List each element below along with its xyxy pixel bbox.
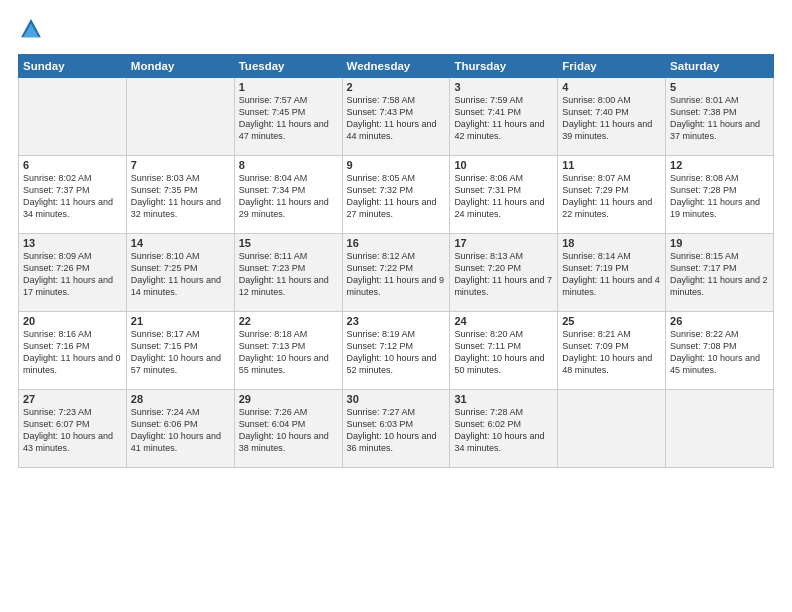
day-cell: 25Sunrise: 8:21 AM Sunset: 7:09 PM Dayli…	[558, 312, 666, 390]
day-number: 11	[562, 159, 661, 171]
day-info: Sunrise: 8:12 AM Sunset: 7:22 PM Dayligh…	[347, 250, 446, 299]
day-cell	[666, 390, 774, 468]
day-number: 1	[239, 81, 338, 93]
day-cell: 30Sunrise: 7:27 AM Sunset: 6:03 PM Dayli…	[342, 390, 450, 468]
day-cell: 5Sunrise: 8:01 AM Sunset: 7:38 PM Daylig…	[666, 78, 774, 156]
day-cell: 17Sunrise: 8:13 AM Sunset: 7:20 PM Dayli…	[450, 234, 558, 312]
day-cell: 13Sunrise: 8:09 AM Sunset: 7:26 PM Dayli…	[19, 234, 127, 312]
day-cell	[558, 390, 666, 468]
day-info: Sunrise: 8:00 AM Sunset: 7:40 PM Dayligh…	[562, 94, 661, 143]
day-cell: 14Sunrise: 8:10 AM Sunset: 7:25 PM Dayli…	[126, 234, 234, 312]
day-info: Sunrise: 8:21 AM Sunset: 7:09 PM Dayligh…	[562, 328, 661, 377]
day-cell: 7Sunrise: 8:03 AM Sunset: 7:35 PM Daylig…	[126, 156, 234, 234]
day-info: Sunrise: 8:13 AM Sunset: 7:20 PM Dayligh…	[454, 250, 553, 299]
day-cell: 9Sunrise: 8:05 AM Sunset: 7:32 PM Daylig…	[342, 156, 450, 234]
day-number: 26	[670, 315, 769, 327]
day-cell: 1Sunrise: 7:57 AM Sunset: 7:45 PM Daylig…	[234, 78, 342, 156]
day-number: 15	[239, 237, 338, 249]
day-cell	[19, 78, 127, 156]
header-row: SundayMondayTuesdayWednesdayThursdayFrid…	[19, 55, 774, 78]
header-day-friday: Friday	[558, 55, 666, 78]
day-number: 10	[454, 159, 553, 171]
day-info: Sunrise: 8:06 AM Sunset: 7:31 PM Dayligh…	[454, 172, 553, 221]
day-number: 29	[239, 393, 338, 405]
day-info: Sunrise: 8:10 AM Sunset: 7:25 PM Dayligh…	[131, 250, 230, 299]
day-number: 12	[670, 159, 769, 171]
day-cell: 21Sunrise: 8:17 AM Sunset: 7:15 PM Dayli…	[126, 312, 234, 390]
day-cell: 15Sunrise: 8:11 AM Sunset: 7:23 PM Dayli…	[234, 234, 342, 312]
day-number: 19	[670, 237, 769, 249]
day-cell	[126, 78, 234, 156]
header	[18, 18, 774, 44]
day-cell: 4Sunrise: 8:00 AM Sunset: 7:40 PM Daylig…	[558, 78, 666, 156]
day-info: Sunrise: 8:11 AM Sunset: 7:23 PM Dayligh…	[239, 250, 338, 299]
day-number: 9	[347, 159, 446, 171]
day-number: 21	[131, 315, 230, 327]
day-number: 25	[562, 315, 661, 327]
day-info: Sunrise: 7:23 AM Sunset: 6:07 PM Dayligh…	[23, 406, 122, 455]
calendar-table: SundayMondayTuesdayWednesdayThursdayFrid…	[18, 54, 774, 468]
day-cell: 16Sunrise: 8:12 AM Sunset: 7:22 PM Dayli…	[342, 234, 450, 312]
day-info: Sunrise: 8:08 AM Sunset: 7:28 PM Dayligh…	[670, 172, 769, 221]
day-info: Sunrise: 8:17 AM Sunset: 7:15 PM Dayligh…	[131, 328, 230, 377]
day-info: Sunrise: 7:26 AM Sunset: 6:04 PM Dayligh…	[239, 406, 338, 455]
day-cell: 23Sunrise: 8:19 AM Sunset: 7:12 PM Dayli…	[342, 312, 450, 390]
header-day-wednesday: Wednesday	[342, 55, 450, 78]
day-info: Sunrise: 8:02 AM Sunset: 7:37 PM Dayligh…	[23, 172, 122, 221]
day-number: 27	[23, 393, 122, 405]
day-number: 13	[23, 237, 122, 249]
day-number: 5	[670, 81, 769, 93]
day-number: 3	[454, 81, 553, 93]
day-cell: 20Sunrise: 8:16 AM Sunset: 7:16 PM Dayli…	[19, 312, 127, 390]
day-number: 6	[23, 159, 122, 171]
day-cell: 24Sunrise: 8:20 AM Sunset: 7:11 PM Dayli…	[450, 312, 558, 390]
day-info: Sunrise: 8:04 AM Sunset: 7:34 PM Dayligh…	[239, 172, 338, 221]
day-info: Sunrise: 8:18 AM Sunset: 7:13 PM Dayligh…	[239, 328, 338, 377]
day-number: 23	[347, 315, 446, 327]
day-number: 7	[131, 159, 230, 171]
logo-icon	[20, 18, 42, 40]
day-number: 24	[454, 315, 553, 327]
header-day-saturday: Saturday	[666, 55, 774, 78]
header-day-tuesday: Tuesday	[234, 55, 342, 78]
day-info: Sunrise: 8:22 AM Sunset: 7:08 PM Dayligh…	[670, 328, 769, 377]
day-cell: 12Sunrise: 8:08 AM Sunset: 7:28 PM Dayli…	[666, 156, 774, 234]
day-info: Sunrise: 7:24 AM Sunset: 6:06 PM Dayligh…	[131, 406, 230, 455]
day-number: 22	[239, 315, 338, 327]
day-number: 14	[131, 237, 230, 249]
day-info: Sunrise: 7:27 AM Sunset: 6:03 PM Dayligh…	[347, 406, 446, 455]
day-number: 4	[562, 81, 661, 93]
day-number: 31	[454, 393, 553, 405]
day-info: Sunrise: 8:16 AM Sunset: 7:16 PM Dayligh…	[23, 328, 122, 377]
day-cell: 10Sunrise: 8:06 AM Sunset: 7:31 PM Dayli…	[450, 156, 558, 234]
day-info: Sunrise: 8:01 AM Sunset: 7:38 PM Dayligh…	[670, 94, 769, 143]
day-cell: 8Sunrise: 8:04 AM Sunset: 7:34 PM Daylig…	[234, 156, 342, 234]
day-cell: 31Sunrise: 7:28 AM Sunset: 6:02 PM Dayli…	[450, 390, 558, 468]
day-cell: 28Sunrise: 7:24 AM Sunset: 6:06 PM Dayli…	[126, 390, 234, 468]
day-info: Sunrise: 8:19 AM Sunset: 7:12 PM Dayligh…	[347, 328, 446, 377]
day-number: 28	[131, 393, 230, 405]
week-row-0: 1Sunrise: 7:57 AM Sunset: 7:45 PM Daylig…	[19, 78, 774, 156]
day-info: Sunrise: 8:14 AM Sunset: 7:19 PM Dayligh…	[562, 250, 661, 299]
day-cell: 29Sunrise: 7:26 AM Sunset: 6:04 PM Dayli…	[234, 390, 342, 468]
day-number: 18	[562, 237, 661, 249]
day-number: 2	[347, 81, 446, 93]
day-info: Sunrise: 7:57 AM Sunset: 7:45 PM Dayligh…	[239, 94, 338, 143]
day-number: 8	[239, 159, 338, 171]
day-cell: 3Sunrise: 7:59 AM Sunset: 7:41 PM Daylig…	[450, 78, 558, 156]
header-day-sunday: Sunday	[19, 55, 127, 78]
day-cell: 18Sunrise: 8:14 AM Sunset: 7:19 PM Dayli…	[558, 234, 666, 312]
header-day-thursday: Thursday	[450, 55, 558, 78]
header-day-monday: Monday	[126, 55, 234, 78]
day-info: Sunrise: 7:58 AM Sunset: 7:43 PM Dayligh…	[347, 94, 446, 143]
day-cell: 19Sunrise: 8:15 AM Sunset: 7:17 PM Dayli…	[666, 234, 774, 312]
day-info: Sunrise: 8:09 AM Sunset: 7:26 PM Dayligh…	[23, 250, 122, 299]
day-number: 20	[23, 315, 122, 327]
day-info: Sunrise: 8:03 AM Sunset: 7:35 PM Dayligh…	[131, 172, 230, 221]
week-row-4: 27Sunrise: 7:23 AM Sunset: 6:07 PM Dayli…	[19, 390, 774, 468]
day-number: 30	[347, 393, 446, 405]
day-info: Sunrise: 8:05 AM Sunset: 7:32 PM Dayligh…	[347, 172, 446, 221]
day-number: 17	[454, 237, 553, 249]
day-info: Sunrise: 8:20 AM Sunset: 7:11 PM Dayligh…	[454, 328, 553, 377]
day-info: Sunrise: 8:07 AM Sunset: 7:29 PM Dayligh…	[562, 172, 661, 221]
